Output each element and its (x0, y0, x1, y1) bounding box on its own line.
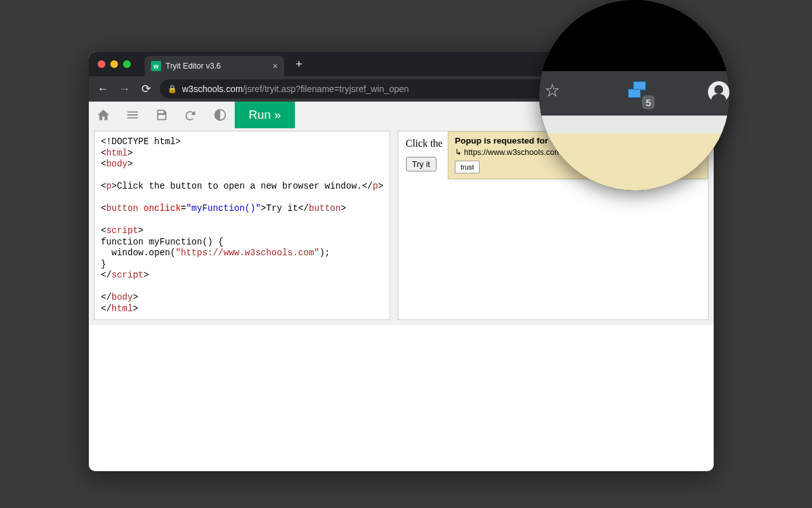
menu-icon[interactable] (118, 102, 147, 128)
theme-icon[interactable] (206, 102, 235, 128)
window-minimize-button[interactable] (110, 60, 118, 68)
home-icon[interactable] (89, 102, 118, 128)
popup-trust-button[interactable]: trust (455, 161, 480, 173)
zoom-extension-badge: 5 (642, 95, 655, 109)
code-pane[interactable]: <!DOCTYPE html> <html> <body> <p>Click t… (94, 131, 390, 320)
browser-tab[interactable]: w Tryit Editor v3.6 × (145, 56, 284, 76)
zoom-inset: ☆ 5 (539, 0, 730, 190)
new-tab-button[interactable]: + (296, 58, 303, 71)
zoom-tab-bar (539, 0, 730, 71)
run-button-label: Run » (249, 108, 281, 122)
lock-icon: 🔒 (167, 84, 177, 93)
zoom-bookmark-star-icon[interactable]: ☆ (544, 80, 560, 101)
window-maximize-button[interactable] (123, 60, 131, 68)
preview-try-button[interactable]: Try it (406, 157, 436, 171)
code-editor[interactable]: <!DOCTYPE html> <html> <body> <p>Click t… (95, 131, 390, 319)
nav-back-button[interactable]: ← (95, 83, 110, 96)
run-button[interactable]: Run » (235, 102, 295, 128)
window-controls (98, 60, 131, 68)
url-host: w3schools.com (182, 84, 243, 94)
tab-title: Tryit Editor v3.6 (166, 62, 221, 70)
url-path: /jsref/tryit.asp?filename=tryjsref_win_o… (243, 84, 409, 94)
rotate-icon[interactable] (176, 102, 206, 128)
zoom-profile-icon[interactable] (708, 81, 730, 103)
tab-favicon: w (151, 61, 161, 71)
save-icon[interactable] (147, 102, 176, 128)
nav-reload-button[interactable]: ⟳ (138, 82, 154, 96)
window-close-button[interactable] (98, 60, 105, 68)
nav-forward-button[interactable]: → (117, 83, 132, 96)
tab-close-button[interactable]: × (273, 61, 278, 71)
